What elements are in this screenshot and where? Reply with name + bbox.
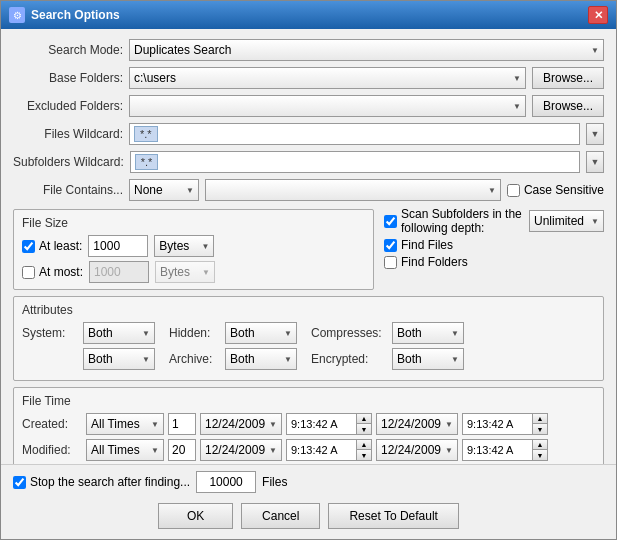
- encrypted-dropdown[interactable]: Both ▼: [392, 348, 464, 370]
- system-label: System:: [22, 326, 77, 340]
- case-sensitive-checkbox[interactable]: [507, 184, 520, 197]
- dialog-content: Search Mode: Duplicates Search ▼ Base Fo…: [1, 29, 616, 464]
- created-date2-dropdown[interactable]: 12/24/2009 ▼: [376, 413, 458, 435]
- spin-up-icon[interactable]: ▲: [533, 414, 547, 424]
- spin-up-icon[interactable]: ▲: [357, 440, 371, 450]
- chevron-down-icon: ▼: [142, 355, 150, 364]
- created-date1-dropdown[interactable]: 12/24/2009 ▼: [200, 413, 282, 435]
- cancel-button[interactable]: Cancel: [241, 503, 320, 529]
- modified-num-input[interactable]: [168, 439, 196, 461]
- file-contains-dropdown[interactable]: None ▼: [129, 179, 199, 201]
- spin-up-icon[interactable]: ▲: [533, 440, 547, 450]
- created-time1-input[interactable]: [286, 413, 356, 435]
- created-time1-wrap: ▲ ▼: [286, 413, 372, 435]
- title-bar-left: ⚙ Search Options: [9, 7, 120, 23]
- chevron-down-icon: ▼: [284, 355, 292, 364]
- spin-up-icon[interactable]: ▲: [357, 414, 371, 424]
- file-time-group-label: File Time: [22, 394, 595, 408]
- file-contains-value-dropdown[interactable]: ▼: [205, 179, 501, 201]
- find-folders-checkbox-label[interactable]: Find Folders: [384, 255, 468, 269]
- at-least-checkbox-label[interactable]: At least:: [22, 239, 82, 253]
- search-mode-dropdown[interactable]: Duplicates Search ▼: [129, 39, 604, 61]
- encrypted-label: Encrypted:: [311, 352, 386, 366]
- created-dropdown[interactable]: All Times ▼: [86, 413, 164, 435]
- chevron-down-icon: ▼: [269, 420, 277, 429]
- hidden-dropdown[interactable]: Both ▼: [225, 322, 297, 344]
- search-options-window: ⚙ Search Options ✕ Search Mode: Duplicat…: [0, 0, 617, 540]
- base-folders-dropdown[interactable]: c:\users ▼: [129, 67, 526, 89]
- scan-depth-dropdown[interactable]: Unlimited ▼: [529, 210, 604, 232]
- at-most-checkbox-label[interactable]: At most:: [22, 265, 83, 279]
- subfolders-wildcard-dropdown-arrow[interactable]: ▼: [586, 151, 604, 173]
- files-wildcard-dropdown-arrow[interactable]: ▼: [586, 123, 604, 145]
- modified-dropdown[interactable]: All Times ▼: [86, 439, 164, 461]
- excluded-folders-browse-button[interactable]: Browse...: [532, 95, 604, 117]
- modified-time2-spin: ▲ ▼: [532, 439, 548, 461]
- find-folders-checkbox[interactable]: [384, 256, 397, 269]
- file-size-group: File Size At least: Bytes ▼: [13, 209, 374, 290]
- stop-search-input[interactable]: [196, 471, 256, 493]
- subfolders-wildcard-tag: *.*: [135, 154, 159, 170]
- modified-time2-wrap: ▲ ▼: [462, 439, 548, 461]
- chevron-down-icon: ▼: [186, 186, 194, 195]
- archive-label: Archive:: [169, 352, 219, 366]
- modified-date2-dropdown[interactable]: 12/24/2009 ▼: [376, 439, 458, 461]
- file-size-group-label: File Size: [22, 216, 365, 230]
- chevron-down-icon: ▼: [513, 102, 521, 111]
- files-wildcard-input[interactable]: *.*: [129, 123, 580, 145]
- find-files-checkbox-label[interactable]: Find Files: [384, 238, 453, 252]
- stop-search-checkbox-label[interactable]: Stop the search after finding...: [13, 475, 190, 489]
- stop-search-checkbox[interactable]: [13, 476, 26, 489]
- chevron-down-icon: ▼: [142, 329, 150, 338]
- at-least-input[interactable]: [88, 235, 148, 257]
- find-files-checkbox[interactable]: [384, 239, 397, 252]
- window-title: Search Options: [31, 8, 120, 22]
- files-wildcard-label: Files Wildcard:: [13, 127, 123, 141]
- chevron-down-icon: ▼: [451, 355, 459, 364]
- scan-subfolders-checkbox-label[interactable]: Scan Subfolders in the following depth:: [384, 207, 523, 235]
- ok-button[interactable]: OK: [158, 503, 233, 529]
- chevron-down-icon: ▼: [445, 446, 453, 455]
- chevron-down-icon: ▼: [151, 446, 159, 455]
- spin-down-icon[interactable]: ▼: [357, 424, 371, 434]
- system-dropdown[interactable]: Both ▼: [83, 322, 155, 344]
- file-size-scan-section: File Size At least: Bytes ▼: [13, 207, 604, 290]
- at-most-input[interactable]: [89, 261, 149, 283]
- modified-date1-dropdown[interactable]: 12/24/2009 ▼: [200, 439, 282, 461]
- at-least-checkbox[interactable]: [22, 240, 35, 253]
- at-most-unit-dropdown[interactable]: Bytes ▼: [155, 261, 215, 283]
- file-size-inner: At least: Bytes ▼ At most:: [22, 235, 365, 283]
- spin-down-icon[interactable]: ▼: [533, 450, 547, 460]
- chevron-down-icon: ▼: [591, 46, 599, 55]
- file-contains-label: File Contains...: [13, 183, 123, 197]
- at-least-unit-dropdown[interactable]: Bytes ▼: [154, 235, 214, 257]
- stop-search-bar: Stop the search after finding... Files: [1, 464, 616, 497]
- subfolders-wildcard-label: Subfolders Wildcard:: [13, 155, 124, 169]
- at-most-checkbox[interactable]: [22, 266, 35, 279]
- scan-subfolders-checkbox[interactable]: [384, 215, 397, 228]
- case-sensitive-checkbox-label[interactable]: Case Sensitive: [507, 183, 604, 197]
- created-num-input[interactable]: [168, 413, 196, 435]
- close-button[interactable]: ✕: [588, 6, 608, 24]
- modified-time2-input[interactable]: [462, 439, 532, 461]
- created-time1-spin: ▲ ▼: [356, 413, 372, 435]
- archive-dropdown[interactable]: Both ▼: [225, 348, 297, 370]
- base-folders-browse-button[interactable]: Browse...: [532, 67, 604, 89]
- modified-time1-input[interactable]: [286, 439, 356, 461]
- spin-down-icon[interactable]: ▼: [357, 450, 371, 460]
- chevron-down-icon: ▼: [202, 268, 210, 277]
- base-folders-label: Base Folders:: [13, 71, 123, 85]
- created-row: Created: All Times ▼ 12/24/2009 ▼ ▲ ▼: [22, 413, 595, 435]
- created-time2-wrap: ▲ ▼: [462, 413, 548, 435]
- subfolders-wildcard-input[interactable]: *.*: [130, 151, 580, 173]
- modified-time1-spin: ▲ ▼: [356, 439, 372, 461]
- excluded-folders-dropdown[interactable]: ▼: [129, 95, 526, 117]
- created-time2-spin: ▲ ▼: [532, 413, 548, 435]
- chevron-down-icon: ▼: [201, 242, 209, 251]
- created-time2-input[interactable]: [462, 413, 532, 435]
- search-mode-row: Search Mode: Duplicates Search ▼: [13, 39, 604, 61]
- reset-button[interactable]: Reset To Default: [328, 503, 459, 529]
- system-row2-dropdown[interactable]: Both ▼: [83, 348, 155, 370]
- spin-down-icon[interactable]: ▼: [533, 424, 547, 434]
- compresses-dropdown[interactable]: Both ▼: [392, 322, 464, 344]
